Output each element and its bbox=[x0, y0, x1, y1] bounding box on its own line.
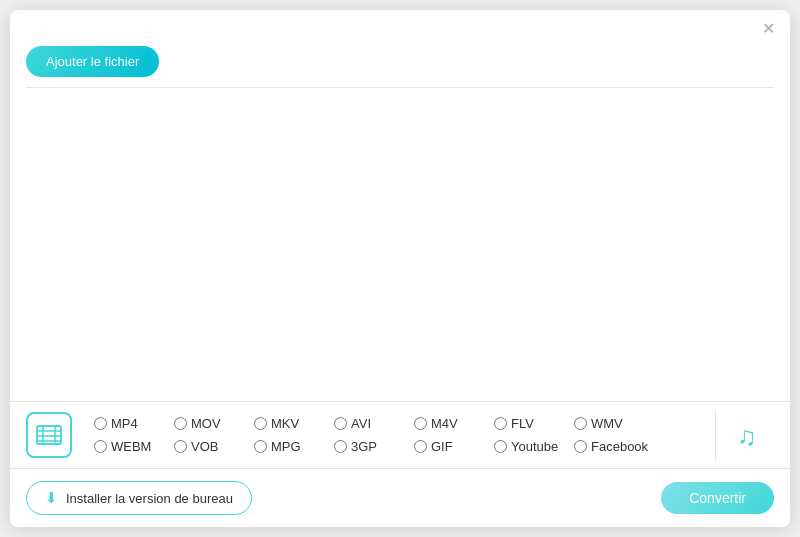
title-bar: ✕ bbox=[10, 10, 790, 42]
format-bar: MP4 MOV MKV AVI M4V bbox=[10, 401, 790, 468]
radio-youtube[interactable] bbox=[494, 440, 507, 453]
format-option-facebook[interactable]: Facebook bbox=[568, 437, 654, 456]
radio-wmv[interactable] bbox=[574, 417, 587, 430]
format-option-m4v[interactable]: M4V bbox=[408, 414, 488, 433]
format-row-1: MP4 MOV MKV AVI M4V bbox=[88, 414, 703, 433]
video-format-icon[interactable] bbox=[26, 412, 72, 458]
radio-mpg[interactable] bbox=[254, 440, 267, 453]
format-option-3gp[interactable]: 3GP bbox=[328, 437, 408, 456]
format-section-divider bbox=[715, 410, 716, 460]
radio-gif[interactable] bbox=[414, 440, 427, 453]
audio-format-icon[interactable]: ♫ bbox=[728, 412, 774, 458]
close-button[interactable]: ✕ bbox=[758, 18, 778, 38]
format-option-mp4[interactable]: MP4 bbox=[88, 414, 168, 433]
download-icon: ⬇ bbox=[45, 489, 58, 507]
format-option-gif[interactable]: GIF bbox=[408, 437, 488, 456]
radio-flv[interactable] bbox=[494, 417, 507, 430]
add-file-button[interactable]: Ajouter le fichier bbox=[26, 46, 159, 77]
format-option-webm[interactable]: WEBM bbox=[88, 437, 168, 456]
format-option-mpg[interactable]: MPG bbox=[248, 437, 328, 456]
format-option-mov[interactable]: MOV bbox=[168, 414, 248, 433]
main-window: ✕ Ajouter le fichier MP4 bbox=[10, 10, 790, 527]
radio-3gp[interactable] bbox=[334, 440, 347, 453]
format-option-flv[interactable]: FLV bbox=[488, 414, 568, 433]
format-option-vob[interactable]: VOB bbox=[168, 437, 248, 456]
radio-webm[interactable] bbox=[94, 440, 107, 453]
toolbar: Ajouter le fichier bbox=[10, 42, 790, 87]
radio-avi[interactable] bbox=[334, 417, 347, 430]
radio-mp4[interactable] bbox=[94, 417, 107, 430]
svg-text:♫: ♫ bbox=[737, 422, 757, 451]
format-option-youtube[interactable]: Youtube bbox=[488, 437, 568, 456]
format-row-2: WEBM VOB MPG 3GP GIF bbox=[88, 437, 703, 456]
content-area bbox=[10, 88, 790, 401]
radio-vob[interactable] bbox=[174, 440, 187, 453]
format-option-wmv[interactable]: WMV bbox=[568, 414, 648, 433]
radio-facebook[interactable] bbox=[574, 440, 587, 453]
install-button[interactable]: ⬇ Installer la version de bureau bbox=[26, 481, 252, 515]
radio-mkv[interactable] bbox=[254, 417, 267, 430]
radio-mov[interactable] bbox=[174, 417, 187, 430]
format-option-avi[interactable]: AVI bbox=[328, 414, 408, 433]
footer: ⬇ Installer la version de bureau Convert… bbox=[10, 468, 790, 527]
format-option-mkv[interactable]: MKV bbox=[248, 414, 328, 433]
radio-m4v[interactable] bbox=[414, 417, 427, 430]
convert-button[interactable]: Convertir bbox=[661, 482, 774, 514]
format-options: MP4 MOV MKV AVI M4V bbox=[88, 414, 703, 456]
